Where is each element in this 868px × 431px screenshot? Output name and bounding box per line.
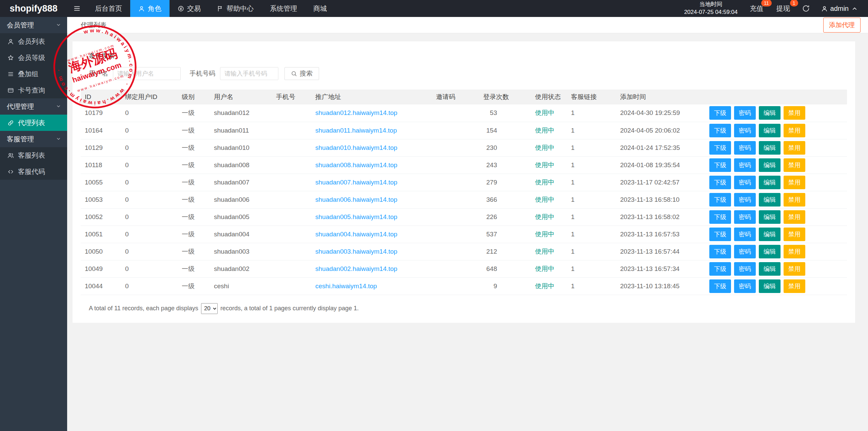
password-button[interactable]: 密码: [734, 210, 756, 224]
promo-url-link[interactable]: shuadan003.haiwaiym14.top: [315, 248, 397, 255]
topnav-item[interactable]: 商城: [305, 0, 335, 17]
cell-username: shuadan011: [210, 122, 272, 139]
disable-button[interactable]: 禁用: [784, 245, 805, 258]
promo-url-link[interactable]: shuadan007.haiwaiym14.top: [315, 179, 397, 186]
topnav-item[interactable]: 后台首页: [87, 0, 130, 17]
cell-created: 2023-11-13 16:58:02: [616, 208, 705, 226]
disable-button[interactable]: 禁用: [784, 141, 805, 155]
add-agent-button[interactable]: 添加代理: [823, 18, 861, 33]
sub-agent-button[interactable]: 下级: [709, 193, 731, 207]
topnav-item[interactable]: 交易: [170, 0, 209, 17]
cell-service: 1: [567, 122, 616, 139]
password-button[interactable]: 密码: [734, 158, 756, 172]
username-input[interactable]: [113, 67, 181, 80]
main-content: 代理列表 添加代理 条件搜索 用户名 手机号码 搜索: [67, 17, 868, 431]
promo-url-link[interactable]: shuadan012.haiwaiym14.top: [315, 109, 397, 116]
app-root: shopify888 后台首页角色交易帮助中心系统管理商城 当地时间 2024-…: [0, 0, 868, 431]
sub-agent-button[interactable]: 下级: [709, 176, 731, 189]
sidebar-item[interactable]: 代理列表: [0, 115, 67, 131]
cell-service: 1: [567, 277, 616, 295]
password-button[interactable]: 密码: [734, 245, 756, 258]
people-icon: [7, 152, 14, 159]
password-button[interactable]: 密码: [734, 262, 756, 276]
password-button[interactable]: 密码: [734, 176, 756, 189]
edit-button[interactable]: 编辑: [759, 262, 781, 276]
disable-button[interactable]: 禁用: [784, 158, 805, 172]
sidebar-item[interactable]: 叠加组: [0, 66, 67, 82]
sub-agent-button[interactable]: 下级: [709, 210, 731, 224]
promo-url-link[interactable]: shuadan005.haiwaiym14.top: [315, 213, 397, 220]
password-button[interactable]: 密码: [734, 141, 756, 155]
sub-agent-button[interactable]: 下级: [709, 228, 731, 241]
promo-url-link[interactable]: shuadan002.haiwaiym14.top: [315, 265, 397, 272]
edit-button[interactable]: 编辑: [759, 279, 781, 293]
breadcrumb-bar: 代理列表 添加代理: [67, 17, 868, 33]
search-button[interactable]: 搜索: [284, 67, 319, 80]
edit-button[interactable]: 编辑: [759, 141, 781, 155]
edit-button[interactable]: 编辑: [759, 193, 781, 207]
password-button[interactable]: 密码: [734, 124, 756, 137]
promo-url-link[interactable]: ceshi.haiwaiym14.top: [315, 282, 377, 290]
sidebar-group-header[interactable]: 客服管理: [0, 131, 67, 147]
sub-agent-button[interactable]: 下级: [709, 106, 731, 120]
disable-button[interactable]: 禁用: [784, 262, 805, 276]
withdraw-button[interactable]: 提现 1: [776, 3, 791, 15]
edit-button[interactable]: 编辑: [759, 158, 781, 172]
sub-agent-button[interactable]: 下级: [709, 141, 731, 155]
page-size-select[interactable]: 20: [201, 303, 218, 314]
recharge-label: 充值: [750, 5, 764, 12]
cell-url: shuadan006.haiwaiym14.top: [311, 191, 432, 208]
sub-agent-button[interactable]: 下级: [709, 158, 731, 172]
cell-url: shuadan003.haiwaiym14.top: [311, 243, 432, 260]
recharge-button[interactable]: 充值 11: [749, 3, 764, 15]
user-menu[interactable]: admin: [821, 5, 858, 13]
cell-status: 使用中: [531, 260, 567, 277]
sidebar-item[interactable]: 会员等级: [0, 50, 67, 66]
password-button[interactable]: 密码: [734, 193, 756, 207]
sub-agent-button[interactable]: 下级: [709, 245, 731, 258]
disable-button[interactable]: 禁用: [784, 193, 805, 207]
sidebar-item[interactable]: 客服列表: [0, 147, 67, 163]
edit-button[interactable]: 编辑: [759, 106, 781, 120]
topnav-right: 当地时间 2024-07-25 04:59:04 充值 11 提现 1 admi…: [681, 0, 868, 17]
disable-button[interactable]: 禁用: [784, 124, 805, 137]
sub-agent-button[interactable]: 下级: [709, 279, 731, 293]
edit-button[interactable]: 编辑: [759, 176, 781, 189]
hamburger-icon[interactable]: [67, 0, 87, 17]
disable-button[interactable]: 禁用: [784, 106, 805, 120]
promo-url-link[interactable]: shuadan008.haiwaiym14.top: [315, 161, 397, 169]
edit-button[interactable]: 编辑: [759, 245, 781, 258]
promo-url-link[interactable]: shuadan011.haiwaiym14.top: [315, 127, 397, 134]
sidebar-group-header[interactable]: 代理管理: [0, 98, 67, 115]
promo-url-link[interactable]: shuadan004.haiwaiym14.top: [315, 231, 397, 238]
sidebar-group-header[interactable]: 会员管理: [0, 17, 67, 33]
topnav-item[interactable]: 角色: [130, 0, 170, 17]
edit-button[interactable]: 编辑: [759, 124, 781, 137]
sidebar-item[interactable]: 客服代码: [0, 163, 67, 180]
topnav-item-label: 交易: [187, 4, 201, 13]
password-button[interactable]: 密码: [734, 106, 756, 120]
edit-button[interactable]: 编辑: [759, 228, 781, 241]
topnav-item[interactable]: 帮助中心: [209, 0, 262, 17]
edit-button[interactable]: 编辑: [759, 210, 781, 224]
top-navbar: shopify888 后台首页角色交易帮助中心系统管理商城 当地时间 2024-…: [0, 0, 868, 17]
sidebar-item[interactable]: 卡号查询: [0, 82, 67, 98]
sub-agent-button[interactable]: 下级: [709, 262, 731, 276]
phone-input[interactable]: [220, 67, 278, 80]
cell-level: 一级: [178, 191, 210, 208]
promo-url-link[interactable]: shuadan006.haiwaiym14.top: [315, 196, 397, 203]
password-button[interactable]: 密码: [734, 228, 756, 241]
cell-phone: [272, 122, 311, 139]
local-time: 当地时间 2024-07-25 04:59:04: [684, 1, 738, 16]
password-button[interactable]: 密码: [734, 279, 756, 293]
disable-button[interactable]: 禁用: [784, 228, 805, 241]
topnav-item[interactable]: 系统管理: [262, 0, 305, 17]
refresh-icon[interactable]: [802, 5, 810, 12]
sub-agent-button[interactable]: 下级: [709, 124, 731, 137]
disable-button[interactable]: 禁用: [784, 279, 805, 293]
disable-button[interactable]: 禁用: [784, 210, 805, 224]
promo-url-link[interactable]: shuadan010.haiwaiym14.top: [315, 144, 397, 151]
sidebar-item[interactable]: 会员列表: [0, 33, 67, 50]
disable-button[interactable]: 禁用: [784, 176, 805, 189]
table-row: 100550一级shuadan007shuadan007.haiwaiym14.…: [81, 174, 847, 191]
